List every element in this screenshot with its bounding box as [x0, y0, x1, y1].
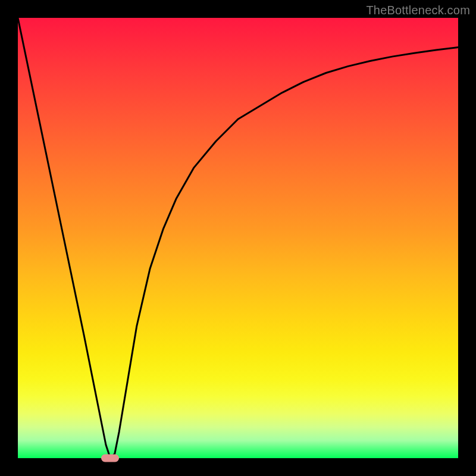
watermark-text: TheBottleneck.com [366, 4, 470, 17]
optimal-marker [101, 455, 119, 462]
chart-frame: TheBottleneck.com [0, 0, 476, 476]
plot-area [18, 18, 458, 458]
bottleneck-curve [18, 18, 458, 458]
